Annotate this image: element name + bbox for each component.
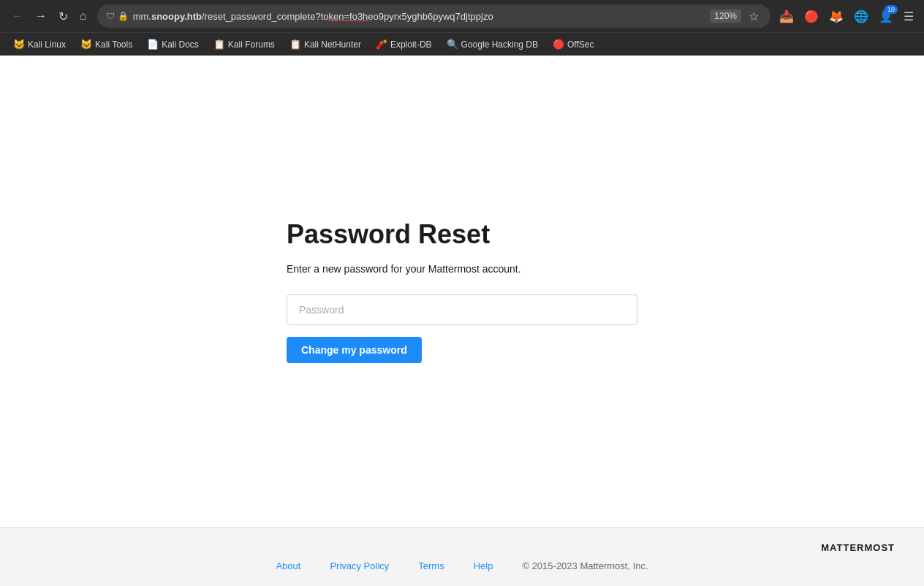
footer-links: About Privacy Policy Terms Help © 2015-2… bbox=[29, 560, 895, 571]
main-content: Password Reset Enter a new password for … bbox=[0, 56, 924, 527]
change-password-button[interactable]: Change my password bbox=[287, 337, 422, 363]
notification-badge: 10 bbox=[885, 5, 898, 14]
browser-right-icons: 📥 🔴 🦊 🌐 👤 10 ☰ bbox=[776, 7, 917, 26]
reload-button[interactable]: ↻ bbox=[54, 7, 72, 26]
bookmarks-bar: 🐱 Kali Linux 🐱 Kali Tools 📄 Kali Docs 📋 … bbox=[0, 32, 924, 56]
pocket-button[interactable]: 📥 bbox=[776, 7, 797, 26]
offsec-icon: 🔴 bbox=[553, 39, 564, 50]
footer-link-about[interactable]: About bbox=[276, 560, 300, 571]
bookmark-offsec[interactable]: 🔴 OffSec bbox=[547, 37, 599, 51]
nethunter-icon: 📋 bbox=[289, 39, 301, 50]
bookmark-star-button[interactable]: ☆ bbox=[746, 7, 762, 26]
bookmark-kali-docs[interactable]: 📄 Kali Docs bbox=[141, 37, 205, 51]
bookmark-kali-tools[interactable]: 🐱 Kali Tools bbox=[75, 37, 138, 51]
page-title: Password Reset bbox=[287, 219, 637, 250]
url-text: mm.snoopy.htb/reset_password_complete?to… bbox=[133, 11, 706, 22]
footer-link-privacy[interactable]: Privacy Policy bbox=[330, 560, 389, 571]
bookmark-kali-forums[interactable]: 📋 Kali Forums bbox=[208, 37, 281, 51]
bookmark-label: OffSec bbox=[567, 39, 594, 50]
bookmark-exploit-db[interactable]: 🧨 Exploit-DB bbox=[370, 37, 438, 51]
forward-button[interactable]: → bbox=[31, 7, 51, 26]
footer-link-terms[interactable]: Terms bbox=[418, 560, 444, 571]
extension-red-button[interactable]: 🦊 bbox=[826, 7, 847, 26]
page-wrapper: Password Reset Enter a new password for … bbox=[0, 56, 924, 586]
bookmark-label: Kali Forums bbox=[228, 39, 275, 50]
footer-brand: MATTERMOST bbox=[29, 542, 895, 553]
bookmark-kali-nethunter[interactable]: 📋 Kali NetHunter bbox=[284, 37, 367, 51]
bookmark-label: Exploit-DB bbox=[390, 39, 432, 50]
bookmark-label: Kali NetHunter bbox=[304, 39, 361, 50]
password-input[interactable] bbox=[287, 294, 637, 325]
shield-icon: 🛡 bbox=[106, 11, 115, 21]
page-footer: MATTERMOST About Privacy Policy Terms He… bbox=[0, 527, 924, 586]
extension-ublock-button[interactable]: 🔴 bbox=[801, 7, 822, 26]
footer-link-help[interactable]: Help bbox=[474, 560, 493, 571]
home-button[interactable]: ⌂ bbox=[75, 7, 91, 26]
translate-button[interactable]: 🌐 bbox=[851, 7, 871, 26]
lock-icon: 🔒 bbox=[118, 11, 129, 21]
menu-button[interactable]: ☰ bbox=[901, 7, 917, 26]
bookmark-google-hacking[interactable]: 🔍 Google Hacking DB bbox=[441, 37, 544, 51]
kali-linux-icon: 🐱 bbox=[13, 39, 25, 50]
google-hacking-icon: 🔍 bbox=[447, 39, 458, 50]
form-container: Password Reset Enter a new password for … bbox=[287, 219, 637, 363]
nav-buttons: ← → ↻ ⌂ bbox=[7, 7, 91, 26]
bookmark-label: Kali Linux bbox=[28, 39, 66, 50]
address-bar-icons: 🛡 🔒 bbox=[106, 11, 129, 21]
address-bar[interactable]: 🛡 🔒 mm.snoopy.htb/reset_password_complet… bbox=[97, 4, 770, 28]
footer-copyright: © 2015-2023 Mattermost, Inc. bbox=[522, 560, 648, 571]
browser-chrome: ← → ↻ ⌂ 🛡 🔒 mm.snoopy.htb/reset_password… bbox=[0, 0, 924, 56]
kali-docs-icon: 📄 bbox=[147, 39, 159, 50]
exploit-db-icon: 🧨 bbox=[376, 39, 387, 50]
kali-forums-icon: 📋 bbox=[213, 39, 225, 50]
kali-tools-icon: 🐱 bbox=[80, 39, 92, 50]
browser-toolbar: ← → ↻ ⌂ 🛡 🔒 mm.snoopy.htb/reset_password… bbox=[0, 0, 924, 32]
bookmark-kali-linux[interactable]: 🐱 Kali Linux bbox=[7, 37, 72, 51]
profile-button[interactable]: 👤 10 bbox=[876, 7, 896, 26]
page-description: Enter a new password for your Mattermost… bbox=[287, 262, 637, 277]
back-button[interactable]: ← bbox=[7, 7, 28, 26]
bookmark-label: Google Hacking DB bbox=[461, 39, 538, 50]
bookmark-label: Kali Docs bbox=[162, 39, 199, 50]
bookmark-label: Kali Tools bbox=[95, 39, 132, 50]
zoom-level: 120% bbox=[710, 9, 741, 23]
